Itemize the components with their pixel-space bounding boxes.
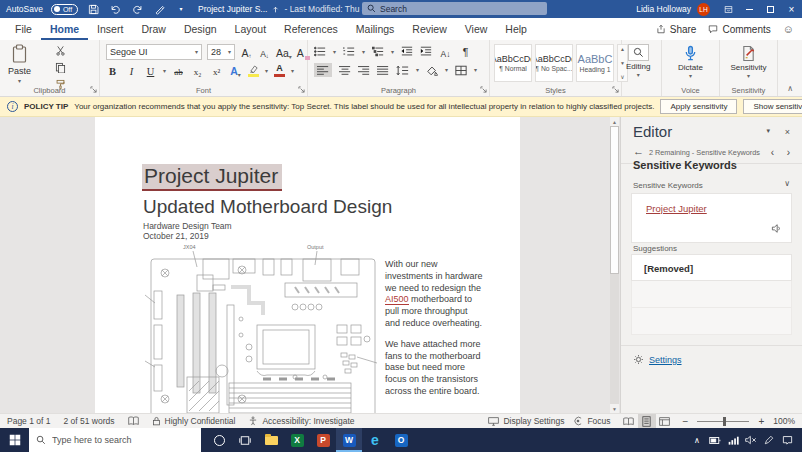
borders-dropdown-icon[interactable]: ▾ xyxy=(474,67,477,73)
numbering-dropdown-icon[interactable]: ▾ xyxy=(362,49,365,55)
paragraph-dialog-launcher-icon[interactable] xyxy=(480,86,487,93)
keyword-ai500[interactable]: AI500 xyxy=(385,294,409,305)
pane-close-icon[interactable]: × xyxy=(785,127,790,137)
tab-review[interactable]: Review xyxy=(403,18,455,40)
sort-button[interactable]: A↓ xyxy=(439,44,452,59)
underline-button[interactable]: U xyxy=(144,63,157,78)
search-input[interactable] xyxy=(380,4,530,14)
user-name[interactable]: Lidia Holloway xyxy=(636,4,691,14)
save-icon[interactable] xyxy=(86,0,100,18)
back-icon[interactable]: ← xyxy=(633,145,644,157)
task-view-icon[interactable] xyxy=(232,428,258,452)
show-sensitive-content-button[interactable]: Show sensitive content xyxy=(743,99,802,114)
avatar[interactable]: LH xyxy=(697,3,710,16)
apply-sensitivity-button[interactable]: Apply sensitivity xyxy=(660,99,737,114)
clipboard-dialog-launcher-icon[interactable] xyxy=(90,86,97,93)
feedback-smiley-icon[interactable]: ☺ xyxy=(783,23,794,35)
copy-button[interactable] xyxy=(52,60,68,75)
cut-button[interactable] xyxy=(52,43,68,58)
body-text-column[interactable]: With our new investments in hardware we … xyxy=(385,259,484,398)
keyword-link[interactable]: Project Jupiter xyxy=(646,203,707,214)
tab-home[interactable]: Home xyxy=(41,18,88,40)
editor-settings-link[interactable]: Settings xyxy=(633,354,682,365)
volume-muted-icon[interactable] xyxy=(742,428,760,452)
doc-date[interactable]: October 21, 2019 xyxy=(143,231,209,241)
bullets-dropdown-icon[interactable]: ▾ xyxy=(333,49,336,55)
taskbar-search-input[interactable] xyxy=(52,435,182,445)
styles-dialog-launcher-icon[interactable] xyxy=(612,86,619,93)
editing-button[interactable]: Editing ▾ xyxy=(626,44,650,78)
change-case-button[interactable]: Aa▾ xyxy=(276,45,292,60)
keyword-card[interactable]: Project Jupiter xyxy=(631,193,792,243)
subscript-button[interactable]: x₂ xyxy=(191,63,204,78)
multilevel-list-button[interactable] xyxy=(372,46,384,57)
collapse-ribbon-icon[interactable]: ∧ xyxy=(787,84,793,93)
bullets-button[interactable] xyxy=(314,46,326,57)
suggestion-row-empty[interactable] xyxy=(631,281,792,308)
shading-dropdown-icon[interactable]: ▾ xyxy=(445,67,448,73)
tab-help[interactable]: Help xyxy=(496,18,536,40)
italic-button[interactable]: I xyxy=(125,63,138,78)
scrollbar-thumb[interactable] xyxy=(610,126,619,274)
underline-dropdown-icon[interactable]: ▾ xyxy=(163,68,166,74)
text-effects-button[interactable]: A▾ xyxy=(229,63,242,78)
collapse-section-icon[interactable]: ∨ xyxy=(784,179,790,188)
sensitivity-status[interactable]: Highly Confidential xyxy=(152,416,236,426)
line-spacing-button[interactable] xyxy=(396,65,409,76)
grow-font-button[interactable]: A↑ xyxy=(240,45,253,60)
style-heading1[interactable]: AaBbCHeading 1 xyxy=(576,44,614,82)
cortana-icon[interactable] xyxy=(206,428,232,452)
zoom-slider[interactable] xyxy=(697,421,749,422)
file-explorer-icon[interactable] xyxy=(258,428,284,452)
share-button[interactable]: Share xyxy=(656,24,697,35)
undo-icon[interactable] xyxy=(108,0,122,18)
align-left-button[interactable] xyxy=(314,63,332,77)
line-spacing-dropdown-icon[interactable]: ▾ xyxy=(416,67,419,73)
doc-subtitle[interactable]: Updated Motherboard Design xyxy=(143,196,392,218)
start-button[interactable] xyxy=(0,428,29,452)
font-size-combo[interactable]: 28▾ xyxy=(207,44,235,60)
highlight-dropdown-icon[interactable]: ▾ xyxy=(265,68,268,74)
page-indicator[interactable]: Page 1 of 1 xyxy=(7,416,50,426)
zoom-slider-thumb[interactable] xyxy=(723,417,726,426)
battery-icon[interactable] xyxy=(706,428,724,452)
multilevel-dropdown-icon[interactable]: ▾ xyxy=(391,49,394,55)
superscript-button[interactable]: x² xyxy=(210,63,223,78)
numbering-button[interactable] xyxy=(343,46,355,57)
font-dialog-launcher-icon[interactable] xyxy=(298,86,305,93)
proofing-icon[interactable] xyxy=(128,416,139,426)
font-color-button[interactable]: A xyxy=(274,64,285,77)
powerpoint-icon[interactable]: P xyxy=(310,428,336,452)
bold-button[interactable]: B xyxy=(106,63,119,78)
paste-button[interactable]: Paste ▾ xyxy=(8,44,31,84)
document-title[interactable]: Project Jupiter S... xyxy=(198,4,267,14)
print-layout-button[interactable] xyxy=(638,414,656,429)
align-center-button[interactable] xyxy=(339,65,351,75)
read-aloud-icon[interactable] xyxy=(771,223,782,234)
tab-mailings[interactable]: Mailings xyxy=(347,18,404,40)
document-page[interactable]: Project Jupiter Updated Motherboard Desi… xyxy=(95,117,520,413)
style-no-spacing[interactable]: AaBbCcDd¶ No Spac... xyxy=(535,44,573,82)
shading-button[interactable] xyxy=(426,65,438,76)
next-keyword-icon[interactable]: › xyxy=(787,147,790,158)
network-icon[interactable] xyxy=(724,428,742,452)
shrink-font-button[interactable]: A↓ xyxy=(258,45,271,60)
highlight-color-button[interactable] xyxy=(248,64,259,77)
autosave-toggle[interactable]: Off xyxy=(51,4,78,15)
titlebar-search[interactable] xyxy=(362,2,547,15)
doc-title-keyword[interactable]: Project Jupiter xyxy=(142,164,282,191)
font-color-dropdown-icon[interactable]: ▾ xyxy=(291,68,294,74)
qat-customize-icon[interactable]: ▾ xyxy=(174,0,188,18)
zoom-level[interactable]: 100% xyxy=(773,416,795,426)
web-layout-button[interactable] xyxy=(656,414,674,429)
tab-references[interactable]: References xyxy=(275,18,347,40)
pane-options-icon[interactable]: ▾ xyxy=(766,127,770,134)
sensitivity-button[interactable]: Sensitivity ▾ xyxy=(720,45,777,79)
zoom-in-icon[interactable]: + xyxy=(758,416,764,427)
suggestion-row-empty[interactable] xyxy=(631,308,792,335)
show-paragraph-marks-button[interactable]: ¶ xyxy=(459,44,472,59)
dictate-button[interactable]: Dictate ▾ xyxy=(662,45,719,79)
style-normal[interactable]: AaBbCcDd¶ Normal xyxy=(494,44,532,82)
zoom-out-icon[interactable]: − xyxy=(683,416,689,427)
scroll-down-icon[interactable]: ▼ xyxy=(610,404,619,413)
